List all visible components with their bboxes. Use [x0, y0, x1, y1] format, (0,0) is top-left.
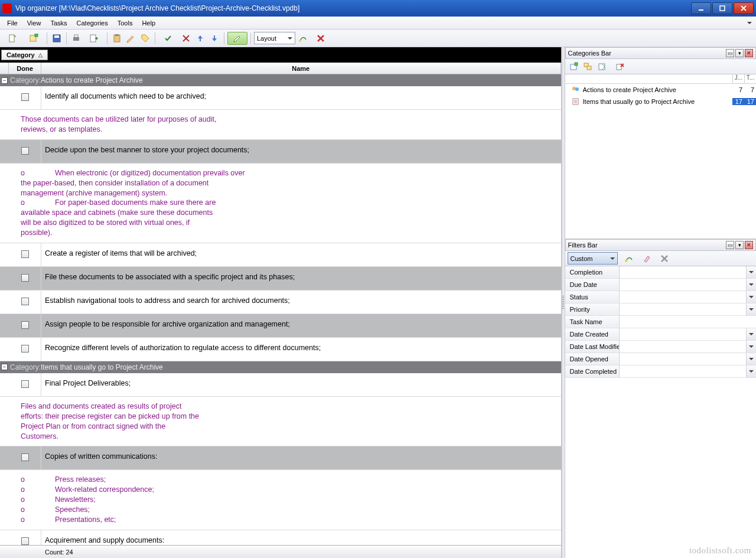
- layout-label: Layout: [257, 35, 276, 42]
- menu-categories[interactable]: Categories: [72, 18, 113, 28]
- filter-dropdown-button[interactable]: [746, 266, 756, 278]
- svg-rect-11: [115, 34, 119, 36]
- filter-preset-combo[interactable]: Custom: [568, 252, 618, 265]
- filter-dropdown-button[interactable]: [746, 341, 756, 353]
- filter-dropdown-button[interactable]: [746, 353, 756, 365]
- categories-panel: Categories Bar ▭ ▾ ✕ J... T... Actions t…: [565, 47, 756, 239]
- done-checkbox[interactable]: [21, 321, 29, 329]
- collapse-icon[interactable]: −: [1, 364, 8, 370]
- svg-rect-17: [599, 64, 605, 70]
- panel-dock-button[interactable]: ▭: [726, 241, 734, 249]
- edit-button[interactable]: [125, 32, 138, 45]
- task-row[interactable]: Acquirement and supply documents:: [0, 530, 561, 545]
- svg-point-12: [299, 40, 301, 42]
- minimize-button[interactable]: [691, 2, 711, 14]
- print-button[interactable]: [70, 32, 83, 45]
- filter-field-row[interactable]: Completion: [565, 266, 756, 279]
- layout-combo[interactable]: Layout: [254, 32, 295, 44]
- clipboard-button[interactable]: [110, 32, 123, 45]
- menu-view[interactable]: View: [22, 18, 46, 28]
- delete-layout-button[interactable]: [311, 32, 331, 45]
- done-checkbox[interactable]: [21, 380, 29, 388]
- apply-filter-button[interactable]: [619, 252, 639, 265]
- done-checkbox[interactable]: [21, 274, 29, 282]
- highlight-button[interactable]: [227, 32, 247, 45]
- filter-dropdown-button[interactable]: [746, 366, 756, 377]
- edit-category-button[interactable]: [596, 60, 609, 73]
- category-group-header[interactable]: −Category: Actions to create Project Arc…: [0, 74, 561, 86]
- task-row[interactable]: Decide upon the best manner to store you…: [0, 140, 561, 164]
- filter-field-row[interactable]: Date Opened: [565, 353, 756, 366]
- filter-field-row[interactable]: Date Created: [565, 328, 756, 341]
- task-row[interactable]: Copies of written communications:: [0, 446, 561, 470]
- task-row[interactable]: File these documents to be associated wi…: [0, 267, 561, 291]
- move-up-button[interactable]: [194, 32, 207, 45]
- done-checkbox[interactable]: [21, 453, 29, 461]
- category-tree-item[interactable]: Items that usually go to Project Archive…: [565, 96, 756, 107]
- group-by-chip[interactable]: Category △: [1, 50, 48, 60]
- move-down-button[interactable]: [208, 32, 221, 45]
- filter-dropdown-button[interactable]: [746, 279, 756, 291]
- complete-button[interactable]: [158, 32, 178, 45]
- category-group-header[interactable]: −Category: Items that usually go to Proj…: [0, 361, 561, 373]
- new-task-button[interactable]: [24, 32, 44, 45]
- task-row[interactable]: Establish navigational tools to address …: [0, 291, 561, 314]
- done-checkbox[interactable]: [21, 250, 29, 258]
- maximize-button[interactable]: [712, 2, 732, 14]
- filter-field-row[interactable]: Priority: [565, 304, 756, 316]
- panel-pin-button[interactable]: ▾: [735, 49, 744, 57]
- menu-tools[interactable]: Tools: [113, 18, 138, 28]
- filter-field-row[interactable]: Task Name: [565, 316, 756, 328]
- task-name: Copies of written communications:: [41, 446, 561, 469]
- categories-tree[interactable]: J... T... Actions to create Project Arch…: [565, 74, 756, 239]
- menu-help[interactable]: Help: [137, 18, 160, 28]
- filter-field-row[interactable]: Status: [565, 291, 756, 304]
- menu-overflow-button[interactable]: [745, 19, 754, 27]
- category-tree-item[interactable]: Actions to create Project Archive77: [565, 84, 756, 96]
- panel-pin-button[interactable]: ▾: [735, 241, 744, 249]
- column-name[interactable]: Name: [41, 63, 561, 74]
- panel-close-button[interactable]: ✕: [745, 49, 753, 57]
- done-checkbox[interactable]: [21, 298, 29, 305]
- new-subcategory-button[interactable]: [582, 60, 595, 73]
- cancel-button[interactable]: [180, 32, 193, 45]
- task-row[interactable]: Create a register of items that will be …: [0, 243, 561, 267]
- clear-filter-button[interactable]: [640, 252, 653, 265]
- done-checkbox[interactable]: [21, 345, 29, 353]
- task-name: Assign people to be responsible for arch…: [41, 314, 561, 337]
- filter-field-row[interactable]: Due Date: [565, 279, 756, 291]
- export-button[interactable]: [84, 32, 104, 45]
- task-grid-pane: Category △ Done Name −Category: Actions …: [0, 47, 562, 558]
- done-checkbox[interactable]: [21, 537, 29, 545]
- svg-rect-2: [9, 35, 14, 42]
- filter-field-label: Date Opened: [565, 353, 620, 365]
- apply-layout-button[interactable]: [296, 32, 309, 45]
- task-row[interactable]: Recognize different levels of authorizat…: [0, 338, 561, 361]
- task-name: Establish navigational tools to address …: [41, 291, 561, 314]
- task-row[interactable]: Assign people to be responsible for arch…: [0, 314, 561, 338]
- column-done[interactable]: Done: [9, 63, 41, 74]
- task-row[interactable]: Final Project Deliverables;: [0, 373, 561, 397]
- grouping-bar[interactable]: Category △: [0, 47, 561, 63]
- menu-tasks[interactable]: Tasks: [45, 18, 71, 28]
- filter-field-row[interactable]: Date Completed: [565, 366, 756, 378]
- filter-dropdown-button[interactable]: [746, 304, 756, 315]
- new-file-button[interactable]: [2, 32, 22, 45]
- grid-body[interactable]: −Category: Actions to create Project Arc…: [0, 74, 561, 545]
- delete-category-button[interactable]: [610, 60, 630, 73]
- panel-close-button[interactable]: ✕: [745, 241, 753, 249]
- tag-button[interactable]: [139, 32, 152, 45]
- filter-dropdown-button[interactable]: [746, 328, 756, 340]
- done-checkbox[interactable]: [21, 93, 29, 101]
- collapse-icon[interactable]: −: [1, 77, 8, 84]
- done-checkbox[interactable]: [21, 147, 29, 155]
- panel-dock-button[interactable]: ▭: [726, 49, 734, 57]
- filter-dropdown-button[interactable]: [746, 291, 756, 303]
- filter-field-row[interactable]: Date Last Modified: [565, 341, 756, 353]
- save-button[interactable]: [50, 32, 63, 45]
- menu-file[interactable]: File: [2, 18, 22, 28]
- close-button[interactable]: [734, 2, 754, 14]
- task-row[interactable]: Identify all documents which need to be …: [0, 86, 561, 110]
- delete-filter-button[interactable]: [654, 252, 674, 265]
- new-category-button[interactable]: [568, 60, 581, 73]
